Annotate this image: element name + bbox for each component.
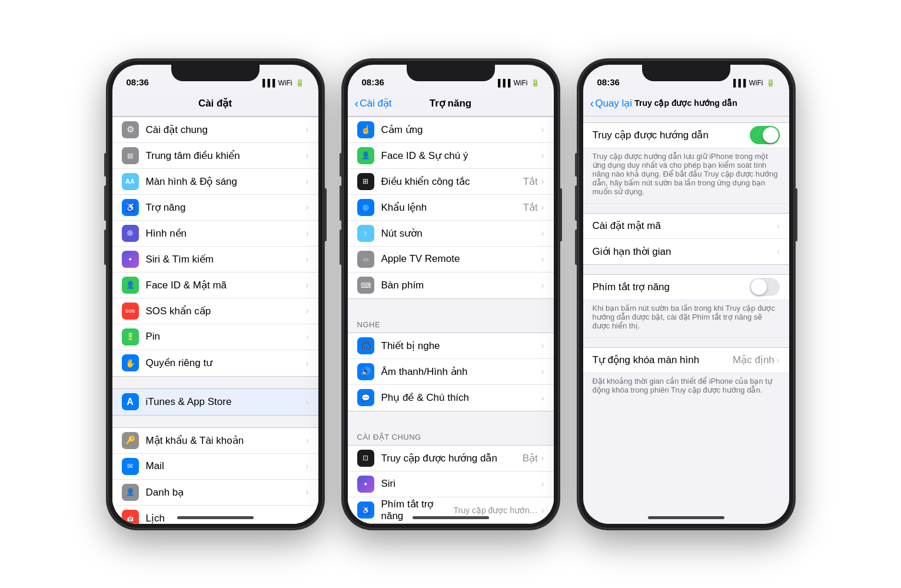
icon-truycap: ⊡ bbox=[357, 450, 374, 467]
wifi-icon-3: WiFi bbox=[749, 79, 763, 87]
label-tronang: Trợ năng bbox=[146, 201, 306, 214]
chevron-truycap: › bbox=[541, 453, 544, 463]
nav-bar-1: Cài đặt bbox=[112, 91, 318, 117]
chevron-caidatchung: › bbox=[306, 125, 309, 134]
label-mail: Mail bbox=[146, 460, 306, 472]
list-group-3: 🔑 Mật khẩu & Tài khoản › ✉ Mail › 👤 Danh… bbox=[112, 427, 318, 524]
phone-1: 08:36 ▐▐▐ WiFi 🔋 Cài đặt ⚙ Cài đặt chung bbox=[107, 59, 324, 530]
list-item-manhinh[interactable]: AA Màn hình & Độ sáng › bbox=[112, 169, 318, 195]
row-tudongkhoa[interactable]: Tự động khóa màn hình Mặc định › bbox=[583, 347, 789, 373]
label-pin: Pin bbox=[146, 331, 306, 343]
label-nutssuon: Nút sườn bbox=[381, 227, 541, 240]
label-tudongkhoa: Tự động khóa màn hình bbox=[593, 354, 733, 366]
section-header-nghe: NGHE bbox=[348, 311, 554, 333]
list-item-pin[interactable]: 🔋 Pin › bbox=[112, 324, 318, 350]
phone-screen-3: 08:36 ▐▐▐ WiFi 🔋 ‹ Quay lại Truy cập đượ… bbox=[583, 65, 789, 524]
row-gioihantime[interactable]: Giới hạn thời gian › bbox=[583, 239, 789, 265]
section-header-caidatchung: CÀI ĐẶT CHUNG bbox=[348, 423, 554, 445]
chevron-gioihantime: › bbox=[777, 247, 780, 256]
nav-back-3[interactable]: ‹ Quay lại bbox=[590, 97, 633, 109]
status-time-1: 08:36 bbox=[127, 77, 149, 87]
nav-back-2[interactable]: ‹ Cài đặt bbox=[355, 97, 392, 109]
toggle-main[interactable] bbox=[750, 126, 780, 144]
item-nutssuon[interactable]: ↑ Nút sườn › bbox=[348, 221, 554, 247]
list-item-danhba[interactable]: 👤 Danh bạ › bbox=[112, 480, 318, 506]
list-item-tronang[interactable]: ♿ Trợ năng › bbox=[112, 195, 318, 221]
icon-dieukhien: ⊞ bbox=[357, 173, 374, 190]
list-item-itunes[interactable]: A iTunes & App Store › bbox=[112, 389, 318, 415]
list-group-1: ⚙ Cài đặt chung › ▤ Trung tâm điều khiển… bbox=[112, 117, 318, 377]
item-appleremote[interactable]: ▭ Apple TV Remote › bbox=[348, 247, 554, 273]
chevron-dieukhien: › bbox=[541, 177, 544, 186]
status-icons-1: ▐▐▐ WiFi 🔋 bbox=[260, 79, 304, 87]
item-banphim[interactable]: ⌨ Bàn phím › bbox=[348, 273, 554, 298]
back-arrow-2: ‹ bbox=[355, 97, 359, 109]
power-button-3 bbox=[795, 188, 797, 241]
item-siri2[interactable]: ✦ Siri › bbox=[348, 471, 554, 497]
list-item-quyenriengtu[interactable]: ✋ Quyền riêng tư › bbox=[112, 350, 318, 376]
chevron-quyenriengtu: › bbox=[306, 358, 309, 368]
item-dieukhien[interactable]: ⊞ Điều khiển công tắc Tắt › bbox=[348, 169, 554, 195]
phone-frame-1: 08:36 ▐▐▐ WiFi 🔋 Cài đặt ⚙ Cài đặt chung bbox=[107, 59, 324, 530]
list-item-faceid[interactable]: 👤 Face ID & Mật mã › bbox=[112, 273, 318, 298]
icon-nutssuon: ↑ bbox=[357, 225, 374, 242]
label-thietbiinghe: Thiết bị nghe bbox=[381, 340, 541, 352]
label-phimtatphn3: Phím tắt trợ năng bbox=[593, 281, 750, 293]
list-item-lich[interactable]: 📅 Lịch › bbox=[112, 506, 318, 524]
status-icons-3: ▐▐▐ WiFi 🔋 bbox=[731, 79, 775, 87]
icon-phude: 💬 bbox=[357, 389, 374, 406]
item-amthanh[interactable]: 🔊 Âm thanh/Hình ảnh › bbox=[348, 359, 554, 385]
item-khaulenh[interactable]: ◎ Khẩu lệnh Tắt › bbox=[348, 195, 554, 221]
label-quyenriengtu: Quyền riêng tư bbox=[146, 357, 306, 369]
toggle-phimtat[interactable] bbox=[750, 278, 780, 296]
mute-button-3 bbox=[575, 153, 577, 177]
list-item-sos[interactable]: SOS SOS khẩn cấp › bbox=[112, 298, 318, 324]
icon-camung: ☝ bbox=[357, 121, 374, 138]
chevron-khaulenh: › bbox=[541, 202, 544, 212]
signal-icon-1: ▐▐▐ bbox=[260, 79, 275, 87]
icon-quyenriengtu: ✋ bbox=[122, 354, 139, 371]
item-faceid2[interactable]: 👤 Face ID & Sự chú ý › bbox=[348, 143, 554, 169]
icon-lich: 📅 bbox=[122, 510, 139, 524]
list-item-matkhau[interactable]: 🔑 Mật khẩu & Tài khoản › bbox=[112, 428, 318, 454]
item-phude[interactable]: 💬 Phụ đề & Chú thích › bbox=[348, 385, 554, 411]
phone-frame-3: 08:36 ▐▐▐ WiFi 🔋 ‹ Quay lại Truy cập đượ… bbox=[577, 59, 795, 530]
icon-sos: SOS bbox=[122, 303, 139, 320]
icon-mail: ✉ bbox=[122, 458, 139, 475]
value-tudongkhoa: Mặc định bbox=[733, 354, 774, 366]
label-khaulenh: Khẩu lệnh bbox=[381, 201, 523, 214]
toggle-row-phimtat: Phím tắt trợ năng bbox=[583, 274, 789, 300]
desc-phimtatphn3: Khi bạn bấm nút sườn ba lần trong khi Tr… bbox=[583, 300, 789, 338]
list-item-caidatchung[interactable]: ⚙ Cài đặt chung › bbox=[112, 117, 318, 143]
phone-screen-1: 08:36 ▐▐▐ WiFi 🔋 Cài đặt ⚙ Cài đặt chung bbox=[112, 65, 318, 524]
list-group-chung-2: ⊡ Truy cập được hướng dẫn Bật › ✦ Siri ›… bbox=[348, 445, 554, 524]
item-thietbiinghe[interactable]: 🎧 Thiết bị nghe › bbox=[348, 333, 554, 359]
nav-bar-3: ‹ Quay lại Truy cập được hướng dẫn bbox=[583, 91, 789, 117]
list-item-siri[interactable]: ✦ Siri & Tìm kiếm › bbox=[112, 247, 318, 273]
content-2: ☝ Cảm ứng › 👤 Face ID & Sự chú ý › ⊞ Điề… bbox=[348, 117, 554, 524]
label-banphim: Bàn phím bbox=[381, 280, 541, 291]
item-phimtat[interactable]: ♿ Phím tắt trợ năng Truy cập được hướn… … bbox=[348, 497, 554, 523]
list-item-mail[interactable]: ✉ Mail › bbox=[112, 454, 318, 480]
chevron-mail: › bbox=[306, 461, 309, 471]
item-camung[interactable]: ☝ Cảm ứng › bbox=[348, 117, 554, 143]
row-caidatmatma[interactable]: Cài đặt mật mã › bbox=[583, 213, 789, 239]
icon-siri2: ✦ bbox=[357, 476, 374, 493]
label-siri: Siri & Tìm kiếm bbox=[146, 253, 306, 265]
settings-list-1: ⚙ Cài đặt chung › ▤ Trung tâm điều khiển… bbox=[112, 117, 318, 524]
volume-up-button-3 bbox=[575, 185, 577, 221]
chevron-siri2: › bbox=[541, 479, 544, 489]
value-truycap: Bật bbox=[523, 452, 538, 464]
icon-matkhau: 🔑 bbox=[122, 432, 139, 449]
item-truycap[interactable]: ⊡ Truy cập được hướng dẫn Bật › bbox=[348, 446, 554, 471]
signal-icon-3: ▐▐▐ bbox=[731, 79, 746, 87]
signal-icon-2: ▐▐▐ bbox=[496, 79, 511, 87]
status-time-3: 08:36 bbox=[597, 77, 620, 87]
list-item-trungtam[interactable]: ▤ Trung tâm điều khiển › bbox=[112, 143, 318, 169]
volume-down-button-3 bbox=[575, 230, 577, 265]
list-item-hinhneu[interactable]: ❊ Hình nền › bbox=[112, 221, 318, 247]
chevron-phimtat: › bbox=[541, 506, 544, 515]
chevron-phude: › bbox=[541, 393, 544, 403]
wifi-icon-1: WiFi bbox=[278, 79, 292, 87]
status-icons-2: ▐▐▐ WiFi 🔋 bbox=[496, 79, 540, 87]
